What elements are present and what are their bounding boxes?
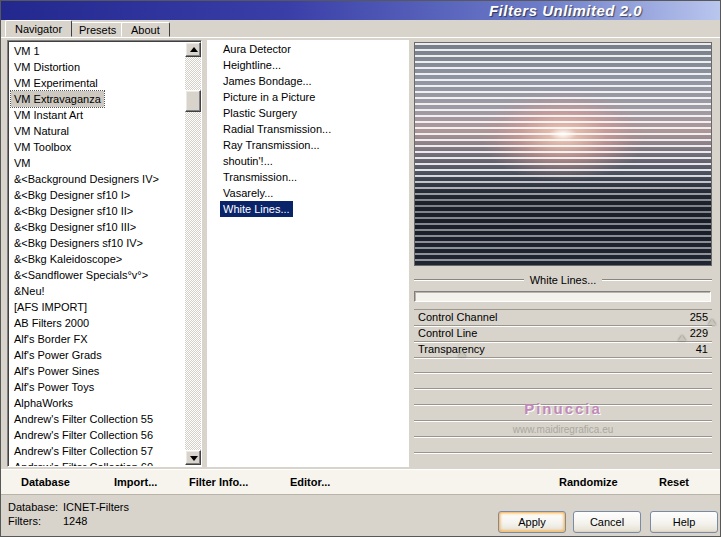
category-item[interactable]: VM Extravaganza [11, 91, 183, 107]
filters-unlimited-window: Filters Unlimited 2.0 Navigator Presets … [0, 0, 721, 537]
status-filters-row: Filters:1248 [8, 514, 129, 528]
help-button[interactable]: Help [650, 511, 718, 533]
category-item[interactable]: Alf's Border FX [11, 331, 183, 347]
tab-bar: Navigator Presets About [1, 20, 720, 37]
status-filters-value: 1248 [63, 515, 87, 527]
category-item[interactable]: Andrew's Filter Collection 55 [11, 411, 183, 427]
preview-image [414, 42, 712, 266]
slider-thumb-icon[interactable] [708, 319, 716, 325]
category-item[interactable]: VM Toolbox [11, 139, 183, 155]
parameter-slider-row[interactable]: Transparency 41 [414, 342, 712, 358]
bottom-bar: Database:ICNET-Filters Filters:1248 Appl… [1, 495, 721, 537]
parameter-list: Control Channel 255 Control Line 229 Tra… [414, 309, 712, 358]
category-item[interactable]: VM Distortion [11, 59, 183, 75]
parameter-label: Control Line [418, 326, 477, 341]
category-item[interactable]: VM Experimental [11, 75, 183, 91]
category-list[interactable]: VM 1VM DistortionVM ExperimentalVM Extra… [7, 40, 202, 467]
empty-parameter-row [414, 373, 712, 389]
separator-line [414, 279, 524, 281]
title-bar: Filters Unlimited 2.0 [1, 1, 720, 20]
parameter-value: 255 [690, 310, 708, 325]
filter-item[interactable]: Picture in a Picture [220, 89, 409, 105]
filter-info-button[interactable]: Filter Info... [189, 470, 248, 495]
category-item[interactable]: Andrew's Filter Collection 57 [11, 443, 183, 459]
category-item[interactable]: VM Instant Art [11, 107, 183, 123]
filter-name-separator: White Lines... [414, 272, 712, 288]
import-button[interactable]: Import... [114, 470, 157, 495]
category-scrollbar[interactable] [185, 42, 201, 465]
parameter-slider-row[interactable]: Control Channel 255 [414, 310, 712, 326]
filter-item[interactable]: Transmission... [220, 169, 409, 185]
category-item[interactable]: &<Bkg Designer sf10 I> [11, 187, 183, 203]
status-database-value: ICNET-Filters [63, 501, 129, 513]
parameter-label: Control Channel [418, 310, 498, 325]
window-title: Filters Unlimited 2.0 [489, 1, 642, 20]
randomize-button[interactable]: Randomize [559, 470, 618, 495]
preview-panel: White Lines... Control Channel 255 Contr… [411, 38, 719, 470]
tab-presets[interactable]: Presets [69, 22, 126, 37]
category-item[interactable]: &<Bkg Kaleidoscope> [11, 251, 183, 267]
arrow-down-icon [190, 456, 198, 461]
command-bar: Database Import... Filter Info... Editor… [1, 469, 721, 495]
arrow-up-icon [190, 47, 198, 52]
watermark-name: Pinuccia [414, 400, 712, 417]
filter-list[interactable]: Aura DetectorHeightline...James Bondage.… [207, 40, 409, 467]
status-database-label: Database: [8, 500, 63, 514]
filter-item[interactable]: James Bondage... [220, 73, 409, 89]
filter-item[interactable]: Aura Detector [220, 41, 409, 57]
category-item[interactable]: AlphaWorks [11, 395, 183, 411]
category-item[interactable]: Andrew's Filter Collection 60 [11, 459, 183, 467]
separator-line [602, 279, 712, 281]
slider-thumb-icon[interactable] [678, 335, 686, 341]
filter-item[interactable]: Vasarely... [220, 185, 409, 201]
category-item[interactable]: Andrew's Filter Collection 56 [11, 427, 183, 443]
database-button[interactable]: Database [21, 470, 70, 495]
parameter-label: Transparency [418, 342, 485, 357]
filter-item[interactable]: White Lines... [220, 201, 409, 217]
empty-parameter-row [414, 357, 712, 373]
category-item[interactable]: &<Sandflower Specials°v°> [11, 267, 183, 283]
category-item[interactable]: VM [11, 155, 183, 171]
category-item[interactable]: &<Bkg Designer sf10 III> [11, 219, 183, 235]
tab-about[interactable]: About [121, 22, 170, 37]
filter-item[interactable]: Plastic Surgery [220, 105, 409, 121]
filter-item[interactable]: Radial Transmission... [220, 121, 409, 137]
filter-item[interactable]: shoutin'!... [220, 153, 409, 169]
scroll-up-button[interactable] [185, 42, 201, 57]
category-item[interactable]: [AFS IMPORT] [11, 299, 183, 315]
scroll-down-button[interactable] [185, 450, 201, 465]
category-item[interactable]: &Neu! [11, 283, 183, 299]
apply-button[interactable]: Apply [498, 511, 566, 533]
status-info: Database:ICNET-Filters Filters:1248 [8, 500, 129, 528]
category-item[interactable]: &<Background Designers IV> [11, 171, 183, 187]
category-item[interactable]: Alf's Power Grads [11, 347, 183, 363]
parameter-slider-row[interactable]: Control Line 229 [414, 326, 712, 342]
tab-navigator[interactable]: Navigator [5, 20, 72, 37]
category-item[interactable]: Alf's Power Sines [11, 363, 183, 379]
category-item[interactable]: AB Filters 2000 [11, 315, 183, 331]
filter-item[interactable]: Heightline... [220, 57, 409, 73]
watermark-url: www.maidiregrafica.eu [414, 424, 712, 435]
scrollbar-thumb[interactable] [185, 90, 201, 112]
main-area: VM 1VM DistortionVM ExperimentalVM Extra… [1, 37, 721, 469]
category-item[interactable]: &<Bkg Designers sf10 IV> [11, 235, 183, 251]
status-database-row: Database:ICNET-Filters [8, 500, 129, 514]
empty-parameter-row [414, 437, 712, 453]
category-item[interactable]: &<Bkg Designer sf10 II> [11, 203, 183, 219]
reset-button[interactable]: Reset [659, 470, 689, 495]
filter-fade-slider[interactable] [414, 291, 711, 302]
category-item[interactable]: Alf's Power Toys [11, 379, 183, 395]
category-item[interactable]: VM 1 [11, 43, 183, 59]
filter-item[interactable]: Ray Transmission... [220, 137, 409, 153]
parameter-value: 229 [690, 326, 708, 341]
editor-button[interactable]: Editor... [290, 470, 330, 495]
parameter-value: 41 [696, 342, 708, 357]
cancel-button[interactable]: Cancel [573, 511, 641, 533]
selected-filter-label: White Lines... [530, 274, 597, 286]
category-item[interactable]: VM Natural [11, 123, 183, 139]
status-filters-label: Filters: [8, 514, 63, 528]
